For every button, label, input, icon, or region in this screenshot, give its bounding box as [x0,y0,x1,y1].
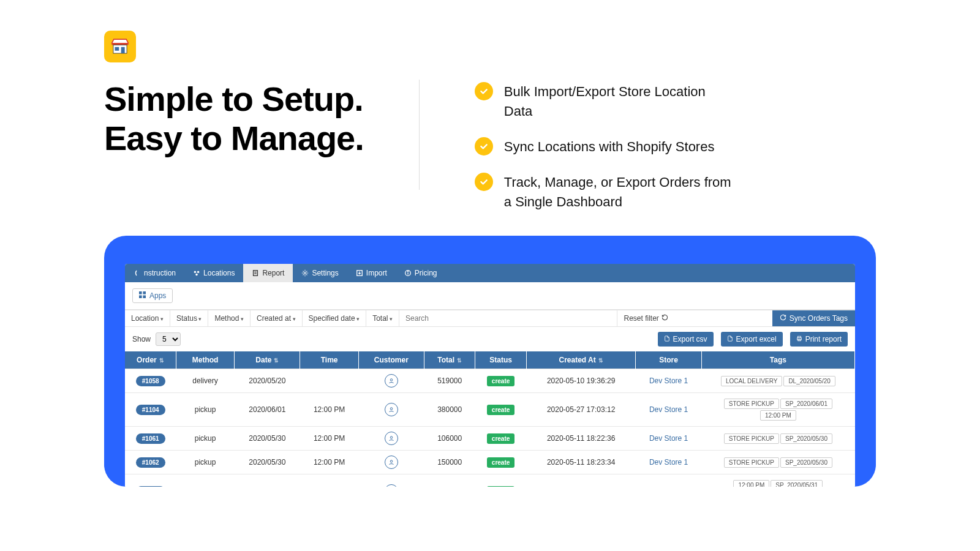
col-total[interactable]: Total⇅ [424,351,475,369]
tab-label: Report [262,269,284,277]
table-row: #1104pickup2020/06/0112:00 PM380000creat… [125,393,855,427]
col-label: Created At [559,356,596,364]
svg-point-23 [390,408,393,410]
store-link[interactable]: Dev Store 1 [649,458,688,467]
headline-l1: Simple to Setup. [104,80,364,119]
svg-rect-0 [111,43,128,45]
customer-icon[interactable] [385,484,398,487]
filter-total[interactable]: Total [366,310,399,326]
svg-rect-7 [254,271,258,276]
sync-label: Sync Orders Tags [790,314,848,323]
export-csv-button[interactable]: Export csv [658,332,714,347]
status-badge: create [487,405,514,415]
sort-icon: ⇅ [457,358,462,364]
filter-method[interactable]: Method [208,310,251,326]
show-select[interactable]: 5 [156,332,181,346]
cell-date: 2020/06/01 [235,393,300,427]
col-label: Tags [770,356,786,364]
status-badge: create [487,433,514,444]
order-link[interactable]: #1104 [136,405,165,415]
sync-orders-tags-button[interactable]: Sync Orders Tags [772,310,855,326]
status-badge: create [487,457,514,468]
grid-icon [139,291,146,300]
tag-chip: STORE PICKUP [724,399,779,409]
col-time[interactable]: Time [300,351,358,369]
col-label: Time [321,356,338,364]
cell-tags: LOCAL DELIVERYDL_2020/05/20 [701,369,854,393]
col-status[interactable]: Status [475,351,526,369]
tab-settings[interactable]: Settings [293,264,347,282]
tag-chip: DL_2020/05/20 [783,376,835,386]
print-report-button[interactable]: Print report [790,332,848,347]
paren-icon [134,269,141,277]
store-link[interactable]: Dev Store 1 [649,434,688,443]
cell-time: 12:00 PM [300,427,358,451]
col-tags[interactable]: Tags [701,351,854,369]
col-customer[interactable]: Customer [358,351,424,369]
cell-date: 2020/05/20 [235,369,300,393]
customer-icon[interactable] [385,455,398,469]
customer-icon[interactable] [385,403,398,416]
sort-icon: ⇅ [159,358,164,364]
svg-rect-16 [143,291,146,294]
refresh-icon [662,314,668,323]
pin-group-icon [193,269,200,277]
table-row: #1062pickup2020/05/3012:00 PM150000creat… [125,451,855,474]
cell-created-at: 2020-05-10 19:36:29 [526,369,636,393]
store-link[interactable]: Dev Store 1 [649,377,688,385]
tag-chip: 12:00 PM [760,410,796,421]
tab-report[interactable]: Report [243,264,293,282]
cell-time [300,369,358,393]
svg-point-22 [390,379,393,381]
status-badge: create [487,486,514,487]
order-link[interactable]: #1061 [136,433,165,444]
export-excel-label: Export excel [736,335,777,343]
export-excel-button[interactable]: Export excel [721,332,783,347]
svg-point-4 [194,271,196,273]
order-link[interactable]: #1058 [136,376,165,386]
sort-icon: ⇅ [598,358,603,364]
cell-method: pickup [176,474,234,487]
file-icon [664,335,670,343]
tab-label: Pricing [415,269,437,277]
tag-chip: 12:00 PM [733,480,769,487]
tab-nstruction[interactable]: nstruction [125,264,184,282]
customer-icon[interactable] [385,374,398,388]
feature-text: Track, Manage, or Export Orders from a S… [504,173,732,212]
tag-chip: LOCAL DELIVERY [721,376,782,386]
tag-chip: STORE PICKUP [724,433,779,444]
customer-icon[interactable] [385,432,398,445]
search-input[interactable] [399,310,617,326]
order-link[interactable]: #1092 [136,486,165,487]
tab-pricing[interactable]: Pricing [396,264,446,282]
apps-button[interactable]: Apps [132,288,173,303]
col-order[interactable]: Order⇅ [125,351,176,369]
sync-icon [780,314,786,323]
col-store[interactable]: Store [636,351,701,369]
store-link[interactable]: Dev Store 1 [649,405,688,414]
col-method[interactable]: Method [176,351,234,369]
col-created-at[interactable]: Created At⇅ [526,351,636,369]
order-link[interactable]: #1062 [136,457,165,468]
nav-tabs: nstructionLocationsReportSettingsImportP… [125,264,855,282]
tab-import[interactable]: Import [347,264,396,282]
table-row: #1058delivery2020/05/20519000create2020-… [125,369,855,393]
cell-total: 380000 [424,393,475,427]
screenshot-frame: nstructionLocationsReportSettingsImportP… [104,236,876,487]
col-label: Date [255,356,271,364]
col-label: Customer [374,356,409,364]
apps-button-label: Apps [149,291,166,300]
cell-created-at: 2020-05-27 17:03:12 [526,393,636,427]
cell-total: 519000 [424,369,475,393]
col-date[interactable]: Date⇅ [235,351,300,369]
cell-tags: STORE PICKUPSP_2020/05/30 [701,427,854,451]
reset-filter-button[interactable]: Reset filter [617,310,674,326]
cell-method: pickup [176,393,234,427]
check-icon [475,173,493,191]
filter-created-at[interactable]: Created at [251,310,303,326]
filter-location[interactable]: Location [125,310,170,326]
tab-locations[interactable]: Locations [184,264,243,282]
cell-total: 106000 [424,427,475,451]
filter-specified-date[interactable]: Specified date [303,310,367,326]
filter-status[interactable]: Status [170,310,209,326]
